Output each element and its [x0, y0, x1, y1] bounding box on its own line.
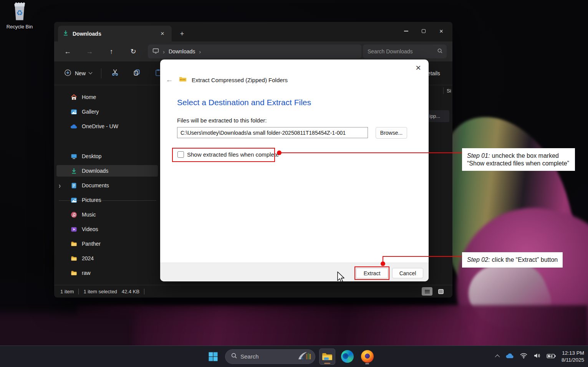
back-button[interactable]: ← [61, 45, 74, 58]
new-button-label: New [75, 70, 86, 76]
up-button[interactable]: ↑ [105, 45, 118, 58]
desktop-icon [70, 153, 77, 160]
sidebar-item-panther[interactable]: Panther [56, 238, 158, 250]
sidebar-item-label: raw [82, 270, 91, 276]
forward-button[interactable]: → [83, 45, 96, 58]
cancel-button[interactable]: Cancel [392, 268, 423, 278]
copy-button[interactable] [129, 66, 144, 81]
tab-title: Downloads [73, 31, 154, 37]
annotation-highlight-checkbox [172, 148, 275, 162]
download-icon [63, 30, 69, 38]
plus-circle-icon [64, 69, 71, 78]
scissors-icon [111, 68, 119, 78]
toolbar-separator [101, 68, 101, 78]
search-highlight-art [296, 351, 313, 362]
pictures-icon [70, 197, 77, 203]
this-pc-icon [152, 48, 159, 55]
extract-dialog: ✕ ← Extract Compressed (Zipped) Folders … [160, 60, 429, 281]
explorer-search-input[interactable] [368, 48, 437, 55]
chevron-down-icon [89, 71, 93, 74]
chevron-right-icon: › [163, 48, 165, 55]
dialog-title: Extract Compressed (Zipped) Folders [192, 77, 288, 83]
search-icon [231, 352, 237, 360]
tab-downloads[interactable]: Downloads ✕ [58, 26, 172, 41]
documents-icon [70, 182, 77, 189]
sidebar-item-raw[interactable]: raw [56, 267, 158, 279]
edge-icon [341, 350, 354, 363]
home-icon [70, 94, 77, 101]
maximize-button[interactable] [415, 23, 432, 39]
onedrive-icon [70, 123, 77, 130]
breadcrumb[interactable]: › Downloads › [148, 45, 361, 58]
annotation-dot-step1 [277, 150, 282, 155]
column-separator [443, 88, 444, 94]
minimize-icon [404, 31, 408, 31]
windows-logo-icon [208, 352, 218, 362]
running-indicator [324, 363, 330, 364]
destination-label: Files will be extracted to this folder: [177, 117, 267, 124]
start-button[interactable] [205, 349, 221, 365]
column-header-size[interactable]: Si [447, 88, 451, 94]
tray-date: 8/11/2025 [561, 357, 584, 364]
destination-path-input[interactable] [177, 127, 368, 138]
running-indicator [365, 363, 369, 364]
sidebar-item-gallery[interactable]: Gallery [56, 106, 158, 117]
new-button[interactable]: New [59, 66, 97, 81]
sidebar-item-label: Videos [82, 226, 98, 232]
taskbar-search[interactable] [225, 349, 315, 364]
zipped-folder-icon [179, 76, 187, 84]
tab-close-icon[interactable]: ✕ [158, 29, 167, 38]
details-view-button[interactable] [422, 287, 432, 296]
wifi-icon[interactable] [520, 353, 528, 360]
sidebar-item-music[interactable]: Music [56, 209, 158, 220]
thumbnail-view-icon [438, 289, 444, 294]
sidebar-item-documents[interactable]: Documents [56, 180, 158, 191]
downloads-icon [70, 167, 77, 174]
annotation-step2: Step 02:click the “Extract” button [462, 252, 563, 268]
tray-expand-icon[interactable] [495, 355, 500, 360]
refresh-button[interactable]: ↻ [127, 45, 140, 58]
new-tab-button[interactable]: + [176, 28, 188, 40]
videos-icon [70, 226, 77, 233]
breadcrumb-item-downloads[interactable]: Downloads [169, 48, 195, 55]
sidebar-item-downloads[interactable]: Downloads [56, 165, 158, 177]
volume-icon[interactable] [533, 353, 541, 360]
dialog-heading: Select a Destination and Extract Files [177, 98, 311, 107]
sidebar-item-home[interactable]: Home [56, 91, 158, 103]
sidebar-item-label: Documents [82, 182, 109, 188]
step2-prefix: Step 02: [467, 256, 490, 263]
tray-time: 12:13 PM [561, 350, 584, 357]
step1-prefix: Step 01: [467, 152, 490, 159]
cut-button[interactable] [108, 66, 123, 81]
status-divider [78, 289, 79, 294]
music-icon [70, 211, 77, 218]
window-close-button[interactable]: ✕ [432, 23, 450, 39]
explorer-search[interactable] [363, 45, 447, 58]
onedrive-tray-icon[interactable] [505, 353, 514, 360]
browse-button[interactable]: Browse... [376, 127, 407, 139]
battery-icon[interactable] [547, 353, 556, 360]
annotation-line-step1 [280, 152, 462, 153]
sidebar-item-videos[interactable]: Videos [56, 223, 158, 235]
navigation-bar: ← → ↑ ↻ › Downloads › [54, 41, 452, 61]
sidebar-item-onedrive[interactable]: OneDrive - UW [56, 121, 158, 132]
sidebar-item-label: Pictures [82, 197, 101, 203]
sidebar: › Home Gallery OneDrive - UW [54, 85, 160, 285]
recycle-bin-shortcut[interactable]: ♻ Recycle Bin [5, 2, 35, 30]
sidebar-item-pictures[interactable]: Pictures [56, 194, 158, 206]
taskbar-file-explorer[interactable] [319, 349, 335, 365]
minimize-button[interactable] [397, 23, 415, 39]
sidebar-item-desktop[interactable]: Desktop [56, 150, 158, 162]
item-count: 1 item [60, 289, 74, 294]
taskbar-firefox[interactable] [359, 349, 375, 365]
large-icons-view-button[interactable] [436, 287, 446, 296]
selection-size: 42.4 KB [122, 289, 139, 294]
taskbar-edge[interactable] [339, 349, 355, 365]
sidebar-item-2024[interactable]: 2024 [56, 253, 158, 264]
clock[interactable]: 12:13 PM 8/11/2025 [561, 350, 584, 363]
sidebar-item-label: OneDrive - UW [82, 123, 118, 129]
annotation-line-step2-horizontal [383, 256, 462, 257]
annotation-dot-step2 [381, 261, 385, 266]
dialog-close-button[interactable]: ✕ [412, 62, 424, 74]
taskbar-search-input[interactable] [240, 353, 293, 360]
